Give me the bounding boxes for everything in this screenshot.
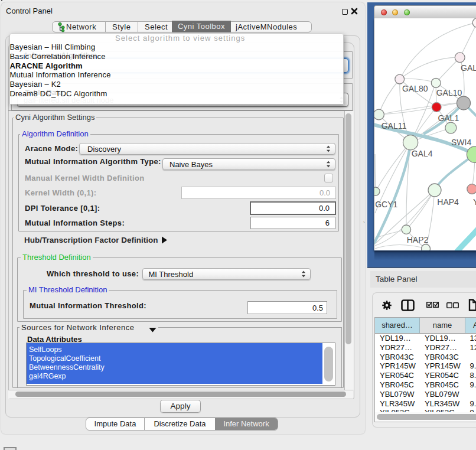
svg-text:SWI4: SWI4 [451, 138, 471, 147]
svg-text:Y: Y [473, 197, 476, 207]
svg-text:GAL80: GAL80 [402, 84, 428, 93]
svg-text:GAL10: GAL10 [436, 88, 462, 97]
svg-text:GAL2: GAL2 [461, 63, 476, 73]
svg-text:GAL4: GAL4 [412, 149, 433, 158]
svg-text:HAP2: HAP2 [407, 235, 429, 244]
svg-text:GAL11: GAL11 [382, 121, 407, 131]
svg-text:HAP4: HAP4 [437, 197, 459, 207]
svg-text:GCY1: GCY1 [375, 200, 397, 209]
svg-text:GAL1: GAL1 [438, 113, 459, 123]
